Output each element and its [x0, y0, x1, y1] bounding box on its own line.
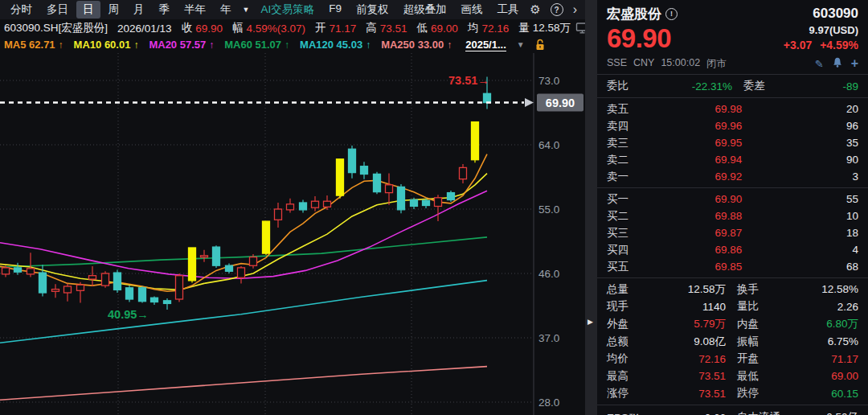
- chevron-right-icon[interactable]: ›: [573, 4, 577, 15]
- date-range-dropdown-icon[interactable]: ▼: [517, 40, 525, 49]
- level-label: 卖二: [607, 153, 658, 167]
- stat-value: 69.00: [790, 370, 858, 382]
- stat-label: 涨停: [607, 386, 657, 401]
- ask-row[interactable]: 卖二69.9490: [607, 151, 858, 168]
- candle-body: [312, 201, 319, 208]
- bid-row[interactable]: 买四69.864: [607, 241, 858, 258]
- y-tick-label: 73.0: [538, 75, 559, 87]
- field-label: 开: [315, 21, 326, 35]
- up-arrow-icon: ↑: [209, 39, 214, 51]
- date-range-selector[interactable]: 2025/1...: [465, 39, 506, 51]
- candle-body: [64, 286, 72, 293]
- level-price[interactable]: 69.87: [658, 227, 799, 239]
- bid-row[interactable]: 买五69.8568: [607, 258, 858, 275]
- level-price[interactable]: 69.94: [658, 154, 799, 166]
- bid-row[interactable]: 买三69.8718: [607, 224, 858, 241]
- stat-label: 最高: [607, 369, 657, 384]
- quote-time: 15:00:02: [661, 57, 700, 71]
- level-price[interactable]: 69.88: [658, 210, 799, 222]
- currency-label: CNY: [633, 57, 654, 71]
- bid-row[interactable]: 买二69.8810: [607, 208, 858, 224]
- level-price[interactable]: 69.98: [658, 103, 799, 115]
- stat-row: 涨停73.51跌停60.15: [607, 385, 858, 403]
- stat-value: 60.15: [790, 388, 858, 400]
- tab-日[interactable]: 日: [76, 1, 100, 18]
- gear-icon[interactable]: ⚙: [530, 2, 540, 17]
- tab-多日[interactable]: 多日: [40, 1, 75, 18]
- tab-周[interactable]: 周: [102, 1, 126, 18]
- ask-row[interactable]: 卖四69.9696: [607, 117, 858, 134]
- level-price[interactable]: 69.95: [658, 137, 799, 149]
- weicha-value: -89: [765, 80, 858, 92]
- candle-body: [435, 198, 442, 207]
- level-qty: 3: [799, 171, 858, 183]
- divider: [597, 97, 868, 98]
- level-label: 买二: [607, 209, 658, 224]
- candle-body: [472, 122, 479, 160]
- panel-divider[interactable]: ▶: [585, 0, 597, 415]
- ask-row[interactable]: 卖五69.9820: [607, 101, 858, 117]
- ask-row[interactable]: 卖一69.923: [607, 168, 858, 185]
- collapse-panel-icon[interactable]: ▶: [588, 318, 593, 326]
- ma-line-MA60: [0, 237, 487, 267]
- bid-levels: 买一69.9055买二69.8810买三69.8718买四69.864买五69.…: [607, 191, 858, 275]
- info-icon[interactable]: !: [665, 8, 678, 20]
- stat-value: 5.79万: [657, 317, 726, 331]
- field-value: 69.00: [431, 23, 458, 35]
- edit-icon[interactable]: ✎: [815, 58, 824, 70]
- bid-row[interactable]: 买一69.9055: [607, 191, 858, 208]
- toolbar-item-画线[interactable]: 画线: [454, 1, 489, 18]
- field-label: 收: [182, 21, 193, 35]
- level-qty: 90: [799, 154, 858, 166]
- candle-body: [423, 200, 430, 205]
- stat-value: 72.16: [657, 353, 726, 365]
- unlock-icon[interactable]: [535, 39, 545, 51]
- field-label: 均: [468, 21, 479, 35]
- toolbar-item-AI交易策略[interactable]: AI交易策略: [254, 1, 321, 18]
- tab-分时[interactable]: 分时: [4, 1, 39, 18]
- price-annotation: 40.95→: [108, 308, 149, 321]
- level-price[interactable]: 69.96: [658, 120, 799, 132]
- add-icon[interactable]: +: [851, 59, 858, 68]
- stats-grid: 总量12.58万换手12.58%现手1140量比2.26外盘5.79万内盘6.8…: [607, 281, 858, 402]
- tab-季[interactable]: 季: [153, 1, 177, 18]
- quote-info-bar: 603090.SH[宏盛股份] 2026/01/13 收69.90幅4.59%(…: [0, 19, 585, 36]
- level-qty: 55: [799, 193, 858, 205]
- level-price[interactable]: 69.90: [658, 193, 799, 205]
- candle-body: [448, 193, 455, 200]
- ma-item-MA10: MA10 60.01↑: [74, 39, 139, 51]
- candlestick-chart-area[interactable]: 73.064.055.046.037.028.069.9040.95→73.51…: [0, 53, 585, 415]
- field-幅: 幅4.59%(3.07): [232, 21, 305, 35]
- ask-row[interactable]: 卖三69.9535: [607, 134, 858, 151]
- tab-半年[interactable]: 半年: [178, 1, 212, 18]
- stock-app-window: 分时多日日周月季半年年 ▼ AI交易策略F9前复权超级叠加画线工具 ⚙ ? › …: [0, 0, 868, 415]
- candle-body: [176, 276, 183, 299]
- level-price[interactable]: 69.85: [658, 261, 799, 273]
- ma-label: MA250 33.00: [381, 39, 444, 51]
- more-periods-dropdown-icon[interactable]: ▼: [239, 6, 254, 14]
- stat-label: 总量: [607, 282, 657, 297]
- toolbar-item-F9[interactable]: F9: [322, 1, 348, 18]
- tab-年[interactable]: 年: [214, 1, 238, 18]
- ma-line-MA120: [0, 281, 487, 343]
- tab-月[interactable]: 月: [127, 1, 151, 18]
- weibi-value: -22.31%: [658, 80, 732, 92]
- candlestick-chart[interactable]: 73.064.055.046.037.028.069.9040.95→73.51…: [0, 53, 585, 415]
- candle-body: [39, 273, 47, 293]
- stat-row: 总量12.58万换手12.58%: [607, 281, 858, 298]
- stat-value: 9.08亿: [657, 335, 726, 349]
- help-icon[interactable]: ?: [551, 3, 563, 16]
- level-price[interactable]: 69.86: [658, 244, 799, 256]
- candle-body: [89, 276, 96, 279]
- toolbar-item-超级叠加[interactable]: 超级叠加: [396, 1, 452, 18]
- field-value: 72.16: [481, 23, 509, 35]
- toolbar-item-前复权[interactable]: 前复权: [350, 1, 395, 18]
- toolbar-item-工具[interactable]: 工具: [490, 1, 525, 18]
- level-price[interactable]: 69.92: [658, 171, 799, 183]
- stat-value: 6.80万: [790, 317, 858, 331]
- y-tick-label: 28.0: [538, 397, 559, 409]
- stat-row: 外盘5.79万内盘6.80万: [607, 315, 858, 333]
- stat-label: 振幅: [737, 335, 790, 349]
- ma-item-MA60: MA60 51.07↑: [224, 39, 289, 51]
- bell-icon[interactable]: [833, 57, 842, 70]
